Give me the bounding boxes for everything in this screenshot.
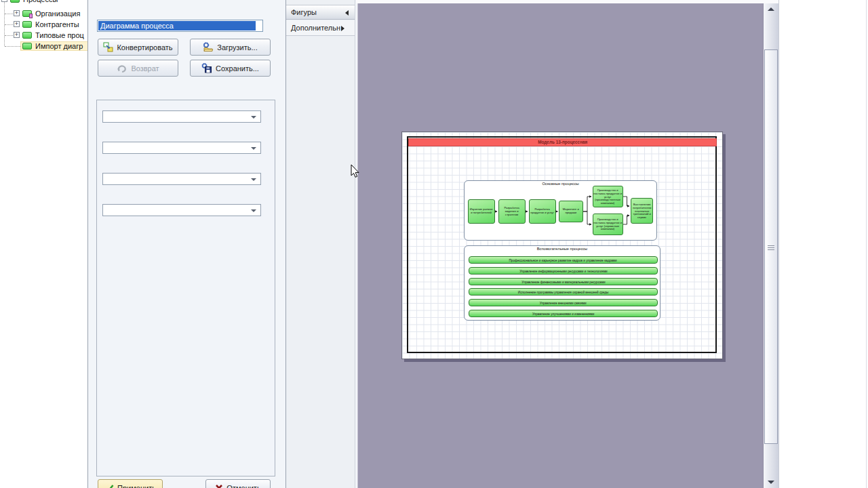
dropdown-arrow-icon — [251, 178, 256, 181]
process-box-label: Разработка видения и стратегии — [499, 207, 524, 216]
tree-branch-line — [5, 24, 14, 25]
aux-bar-label: Управление улучшениями и изменениями — [532, 312, 595, 315]
apply-button[interactable]: Применить — [98, 479, 163, 488]
shapes-panel-title: Фигуры — [291, 8, 317, 16]
shapes-more-item[interactable]: Дополнительн — [286, 20, 355, 36]
process-node-icon — [22, 21, 32, 28]
undo-button[interactable]: Возврат — [98, 60, 178, 77]
load-folder-gear-icon — [203, 42, 214, 52]
cancel-button[interactable]: Отменить — [205, 479, 271, 488]
dropdown-arrow-icon — [251, 209, 256, 212]
undo-arrow-icon — [117, 64, 127, 73]
process-node-icon — [22, 43, 32, 49]
diagram-page[interactable]: Модель 13-процессная Основные процессы И… — [401, 131, 723, 359]
diagram-title-banner[interactable]: Модель 13-процессная — [408, 138, 717, 146]
aux-processes-section[interactable]: Вспомогательные процессы Профессионально… — [464, 245, 660, 321]
cross-icon — [215, 484, 223, 488]
process-box-5[interactable]: Производство и поставка продуктов и услу… — [593, 186, 623, 207]
tree-item-import-diagramm[interactable]: Импорт диагр — [0, 41, 88, 52]
process-box-7[interactable]: Выставление потребителям платежных требо… — [631, 198, 653, 224]
expand-expander-icon[interactable]: + — [14, 21, 20, 27]
expand-expander-icon[interactable]: + — [14, 32, 20, 38]
process-folder-icon — [10, 0, 20, 3]
dropdown-arrow-icon — [251, 147, 256, 150]
undo-button-label: Возврат — [131, 64, 159, 73]
app-window: - Процессы + Организация + Контрагенты +… — [0, 0, 868, 488]
tree-item-processy[interactable]: - Процессы — [0, 0, 88, 5]
main-processes-title: Основные процессы — [469, 182, 652, 186]
tree-branch-line — [5, 14, 14, 14]
canvas-vertical-scrollbar[interactable] — [763, 3, 778, 488]
node-badge-icon — [29, 14, 33, 18]
scrollbar-grip-icon — [768, 245, 774, 251]
apply-button-label: Применить — [117, 484, 156, 488]
process-node-icon — [22, 32, 32, 39]
process-box-1[interactable]: Изучение рынков и потребителей — [468, 199, 495, 224]
collapse-panel-icon[interactable] — [345, 10, 349, 16]
tree-item-label: Организация — [35, 9, 80, 18]
aux-bar-label: Управление финансовыми и материальными р… — [521, 280, 605, 283]
check-icon — [104, 484, 114, 488]
scrollbar-thumb[interactable] — [764, 49, 778, 444]
process-box-label: Разработка продуктов и услуг — [530, 208, 555, 214]
tree-item-tipovye[interactable]: + Типовые проц — [0, 30, 88, 41]
convert-button-label: Конвертировать — [117, 43, 172, 52]
process-box-label: Изучение рынков и потребителей — [469, 208, 494, 214]
save-button-label: Сохранить... — [216, 64, 259, 73]
save-floppy-gear-icon — [201, 63, 212, 73]
aux-bar-label: Профессиональное и карьерное развитие ка… — [509, 258, 617, 262]
arrow-down-icon — [768, 481, 774, 484]
tree-item-label: Импорт диагр — [35, 42, 83, 50]
combo-box-1[interactable] — [102, 110, 261, 123]
diagram-border-frame — [407, 136, 717, 353]
tree-item-organizatsiya[interactable]: + Организация — [0, 8, 88, 19]
right-empty-area — [778, 0, 868, 488]
diagram-name-selected-text: Диаграмма процесса — [98, 21, 256, 30]
shapes-panel: Фигуры Дополнительн — [285, 0, 355, 488]
convert-button[interactable]: Конвертировать — [98, 39, 178, 56]
process-box-3[interactable]: Разработка продуктов и услуг — [529, 199, 556, 224]
aux-process-bar-3[interactable]: Управление финансовыми и материальными р… — [469, 278, 658, 285]
tree-item-label: Процессы — [23, 0, 58, 3]
convert-icon — [103, 42, 113, 52]
aux-process-bar-1[interactable]: Профессиональное и карьерное развитие ка… — [469, 256, 658, 264]
process-tree-panel: - Процессы + Организация + Контрагенты +… — [0, 0, 88, 488]
diagram-name-input[interactable]: Диаграмма процесса — [97, 20, 263, 32]
tree-branch-line — [5, 46, 21, 47]
aux-bar-label: Исполнение программы управления охраной … — [518, 290, 609, 293]
combo-box-2[interactable] — [102, 142, 261, 154]
tree-item-kontragenty[interactable]: + Контрагенты — [0, 19, 88, 30]
process-box-label: Производство и поставка продуктов и услу… — [593, 218, 622, 230]
aux-process-bar-6[interactable]: Управление улучшениями и изменениями — [469, 310, 658, 317]
import-settings-groupbox — [96, 100, 275, 476]
save-button[interactable]: Сохранить... — [190, 60, 271, 77]
combo-box-3[interactable] — [102, 173, 261, 185]
scroll-up-button[interactable] — [764, 3, 778, 15]
cancel-button-label: Отменить — [226, 484, 260, 488]
shapes-panel-header[interactable]: Фигуры — [286, 5, 355, 20]
dropdown-arrow-icon — [251, 116, 256, 119]
aux-processes-title: Вспомогательные процессы — [469, 247, 655, 251]
load-button-label: Загрузить... — [217, 43, 257, 52]
process-box-label: Производство и поставка продуктов и услу… — [593, 188, 622, 204]
aux-bar-label: Управление информационными ресурсами и т… — [519, 269, 607, 272]
process-box-4[interactable]: Маркетинг и продажи — [559, 201, 583, 222]
process-box-6[interactable]: Производство и поставка продуктов и услу… — [593, 214, 623, 235]
aux-process-bar-5[interactable]: Управление внешними связями — [469, 299, 658, 306]
tree-branch-line — [5, 35, 14, 36]
combo-box-4[interactable] — [102, 204, 261, 216]
diagram-canvas[interactable]: Модель 13-процессная Основные процессы И… — [357, 3, 763, 488]
mouse-cursor — [351, 164, 360, 178]
process-box-label: Маркетинг и продажи — [559, 208, 582, 214]
scroll-down-button[interactable] — [764, 476, 778, 488]
process-box-2[interactable]: Разработка видения и стратегии — [498, 199, 526, 224]
expand-expander-icon[interactable]: + — [14, 10, 20, 16]
tree-item-label: Контрагенты — [35, 20, 79, 28]
shapes-more-label: Дополнительн — [291, 24, 340, 32]
right-edge-divider — [866, 0, 867, 488]
load-button[interactable]: Загрузить... — [190, 39, 271, 56]
collapse-expander-icon[interactable]: - — [1, 0, 7, 2]
aux-process-bar-2[interactable]: Управление информационными ресурсами и т… — [469, 267, 658, 274]
chevron-right-icon — [341, 26, 344, 31]
aux-process-bar-4[interactable]: Исполнение программы управления охраной … — [469, 288, 658, 296]
